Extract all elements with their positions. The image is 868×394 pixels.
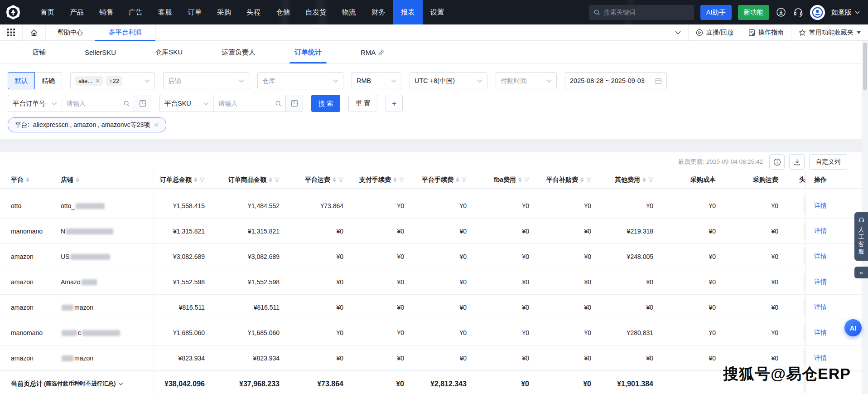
tab-2[interactable]: 仓库SKU [135, 41, 202, 63]
global-search[interactable] [589, 5, 694, 20]
ai-float-button[interactable]: AI [844, 319, 862, 336]
filter-select-4[interactable]: 付款时间 [496, 72, 557, 89]
col-header-7[interactable]: fba费用 [467, 171, 529, 188]
filter-icon[interactable] [200, 177, 205, 182]
tab-5[interactable]: RMA [341, 41, 404, 63]
sort-icon[interactable] [194, 177, 198, 182]
col-header-4[interactable]: 平台运费 [280, 171, 343, 188]
collapse-chevron-icon[interactable] [668, 24, 688, 40]
new-features-button[interactable]: 新功能 [738, 5, 770, 20]
tool-2[interactable]: 常用功能收藏夹 [791, 24, 868, 40]
nav-item-2[interactable]: 销售 [92, 0, 121, 24]
nav-item-13[interactable]: 设置 [423, 0, 452, 24]
sort-icon[interactable] [393, 177, 397, 182]
workspace-tab-active[interactable]: 多平台利润 [95, 24, 156, 40]
col-header-8[interactable]: 平台补贴费 [529, 171, 591, 188]
search-field-select-0[interactable]: 平台订单号 [8, 95, 62, 112]
chevron-down-icon [118, 382, 123, 385]
col-header-6[interactable]: 平台手续费 [404, 171, 467, 188]
sort-icon[interactable] [642, 177, 646, 182]
detail-link[interactable]: 详情 [814, 278, 827, 286]
pin-icon[interactable] [378, 49, 384, 55]
tab-4[interactable]: 订单统计 [275, 41, 341, 63]
filter-select-0[interactable]: 店铺 [163, 72, 249, 89]
version-selector[interactable]: 如意版 [831, 8, 860, 17]
export-download-icon[interactable] [789, 154, 805, 170]
headset-icon[interactable] [793, 7, 804, 18]
nav-item-3[interactable]: 广告 [121, 0, 150, 24]
filter-icon[interactable] [586, 177, 591, 182]
col-header-5[interactable]: 支付手续费 [343, 171, 404, 188]
user-avatar[interactable] [810, 5, 825, 20]
mode-1-button[interactable]: 精确 [35, 72, 62, 89]
filter-icon[interactable] [648, 177, 653, 182]
tab-0[interactable]: 店铺 [13, 41, 65, 63]
col-header-3[interactable]: 订单商品金额 [205, 171, 280, 188]
detail-link[interactable]: 详情 [814, 253, 827, 261]
sort-icon[interactable] [518, 177, 522, 182]
search-button[interactable]: 搜 索 [311, 95, 340, 112]
custom-columns-button[interactable]: 自定义列 [809, 154, 847, 170]
sort-icon[interactable] [580, 177, 584, 182]
close-icon[interactable]: ✕ [95, 78, 100, 84]
nav-item-12[interactable]: 报表 [393, 0, 423, 24]
total-label[interactable]: 当前页总计(筛选付款币种时不进行汇总) [11, 371, 154, 394]
nav-item-8[interactable]: 仓储 [268, 0, 298, 24]
batch-input-icon[interactable] [285, 95, 303, 112]
collapse-panel-button[interactable]: » [854, 267, 868, 278]
reset-button[interactable]: 重 置 [348, 95, 377, 112]
filter-select-3[interactable]: UTC +8(中国) [410, 72, 487, 89]
info-icon[interactable] [769, 154, 785, 170]
col-header-9[interactable]: 其他费用 [591, 171, 653, 188]
global-search-input[interactable] [604, 9, 690, 16]
sort-icon[interactable] [26, 177, 29, 182]
platform-multiselect[interactable]: alie... ✕ +22 [70, 72, 155, 89]
detail-link[interactable]: 详情 [814, 202, 827, 210]
download-circle-icon[interactable] [776, 7, 786, 18]
sort-icon[interactable] [76, 177, 79, 182]
ai-assistant-button[interactable]: AI助手 [700, 5, 732, 20]
nav-item-11[interactable]: 财务 [364, 0, 393, 24]
nav-item-6[interactable]: 采购 [209, 0, 239, 24]
sort-icon[interactable] [269, 177, 272, 182]
tab-3[interactable]: 运营负责人 [202, 41, 275, 63]
filter-select-2[interactable]: RMB [352, 72, 401, 89]
add-filter-button[interactable]: + [386, 95, 403, 112]
search-field-select-1[interactable]: 平台SKU [160, 95, 213, 112]
filter-icon[interactable] [462, 177, 467, 182]
home-icon[interactable] [23, 24, 45, 40]
sort-icon[interactable] [333, 177, 336, 182]
app-logo-icon[interactable] [5, 5, 21, 20]
scrollbar-thumb[interactable] [863, 43, 867, 90]
detail-link[interactable]: 详情 [814, 354, 827, 362]
nav-item-1[interactable]: 产品 [62, 0, 92, 24]
sort-icon[interactable] [456, 177, 459, 182]
tool-1[interactable]: 操作指南 [741, 24, 791, 40]
detail-link[interactable]: 详情 [814, 303, 827, 311]
nav-item-10[interactable]: 物流 [334, 0, 364, 24]
tab-1[interactable]: SellerSKU [65, 41, 135, 63]
close-icon[interactable]: ✕ [154, 122, 159, 129]
nav-item-4[interactable]: 客服 [150, 0, 180, 24]
detail-link[interactable]: 详情 [814, 329, 827, 337]
nav-item-0[interactable]: 首页 [33, 0, 62, 24]
customer-service-widget[interactable]: 人工客服 [854, 212, 868, 261]
filter-select-1[interactable]: 仓库 [257, 72, 343, 89]
nav-item-5[interactable]: 订单 [180, 0, 209, 24]
tool-0[interactable]: 直播/回放 [688, 24, 741, 40]
help-center-link[interactable]: 帮助中心 [46, 29, 95, 37]
nav-item-9[interactable]: 自发货 [298, 0, 334, 24]
nav-item-7[interactable]: 头程 [239, 0, 268, 24]
filter-icon[interactable] [275, 177, 280, 182]
filter-icon[interactable] [399, 177, 404, 182]
detail-link[interactable]: 详情 [814, 227, 827, 235]
col-header-2[interactable]: 订单总金额 [154, 171, 205, 188]
batch-input-icon[interactable] [134, 95, 151, 112]
apps-grid-icon[interactable] [0, 24, 22, 40]
col-header-1[interactable]: 店铺 [61, 171, 154, 188]
filter-icon[interactable] [338, 177, 343, 182]
col-header-0[interactable]: 平台 [11, 171, 61, 188]
mode-0-button[interactable]: 默认 [8, 72, 35, 89]
filter-icon[interactable] [524, 177, 529, 182]
date-range-picker[interactable]: 2025-08-28 ~ 2025-09-03 [565, 72, 667, 89]
